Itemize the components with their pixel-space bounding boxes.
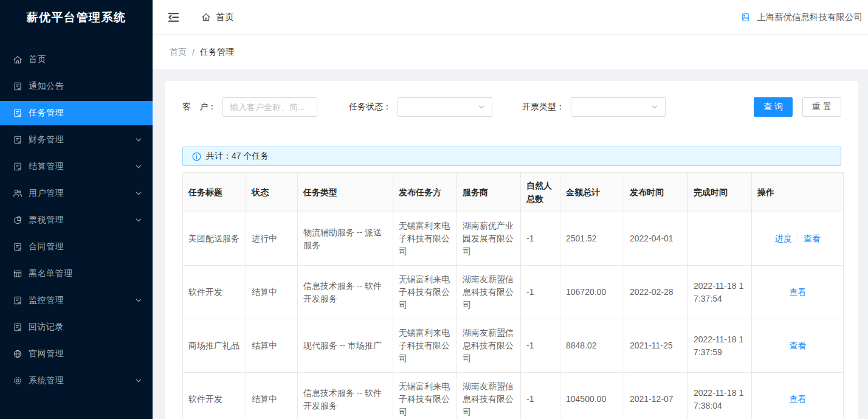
cell-publish_time: 2022-02-28	[624, 266, 688, 319]
callback-icon	[13, 322, 22, 332]
home-icon	[201, 12, 211, 22]
sidebar-item-黑名单管理[interactable]: 黑名单管理	[0, 261, 153, 286]
sidebar-item-label: 任务管理	[29, 108, 142, 119]
cell-title: 商场推广礼品	[183, 319, 246, 373]
invoice-type-select[interactable]	[571, 97, 666, 117]
task-status-filter: 任务状态：	[349, 97, 492, 117]
view-link[interactable]: 查看	[790, 341, 807, 350]
sidebar-item-label: 财务管理	[29, 134, 135, 145]
menu-fold-icon[interactable]	[168, 12, 179, 23]
sidebar-item-label: 官网管理	[29, 348, 142, 359]
breadcrumb-current: 任务管理	[200, 47, 234, 58]
task-count-alert: 共计：47 个任务	[182, 147, 841, 166]
cell-publisher: 无锡富利来电子科技有限公司	[393, 212, 457, 266]
cell-publish_time: 2021-11-25	[624, 319, 688, 373]
cell-finish_time: 2022-11-18 17:37:59	[688, 319, 752, 373]
cell-type: 信息技术服务 -- 软件开发服务	[298, 266, 393, 319]
tab-home-label: 首页	[216, 12, 234, 23]
sidebar-item-label: 回访记录	[29, 322, 142, 333]
cell-finish_time	[688, 212, 752, 266]
sidebar-item-官网管理[interactable]: 官网管理	[0, 342, 153, 366]
sidebar-item-label: 系统管理	[29, 375, 135, 386]
sidebar-item-回访记录[interactable]: 回访记录	[0, 315, 153, 339]
contract-icon	[13, 242, 22, 252]
website-icon	[13, 349, 22, 359]
breadcrumb-separator: /	[192, 47, 195, 57]
chevron-down-icon	[135, 216, 142, 224]
blacklist-icon	[13, 269, 22, 279]
cell-provider: 湖南薪优产业园发展有限公司	[457, 212, 521, 266]
customer-input[interactable]	[222, 97, 317, 117]
sidebar-item-label: 首页	[29, 54, 142, 65]
cell-actions: 查看	[752, 373, 844, 419]
cell-persons: -1	[521, 266, 560, 319]
column-header: 完成时间	[688, 173, 752, 212]
task-icon	[13, 108, 22, 118]
tax-icon	[13, 215, 22, 225]
filter-row: 客 户： 任务状态： 开票类型：	[182, 97, 841, 117]
info-circle-icon	[192, 152, 201, 161]
cell-actions: 查看	[752, 266, 844, 319]
view-link[interactable]: 查看	[790, 394, 807, 404]
sidebar-item-label: 合同管理	[29, 241, 142, 252]
sidebar-item-财务管理[interactable]: 财务管理	[0, 128, 153, 152]
breadcrumb-home[interactable]: 首页	[170, 47, 187, 58]
table-row: 商场推广礼品结算中现代服务 -- 市场推广无锡富利来电子科技有限公司湖南友薪盟信…	[183, 319, 844, 373]
table-header-row: 任务标题状态任务类型发布任务方服务商自然人总数金额总计发布时间完成时间操作	[183, 173, 844, 212]
cell-actions: 进度查看	[752, 212, 844, 266]
cell-finish_time: 2022-11-18 17:38:04	[688, 373, 752, 419]
cell-persons: -1	[521, 212, 560, 266]
view-link[interactable]: 查看	[790, 287, 807, 297]
task-table: 任务标题状态任务类型发布任务方服务商自然人总数金额总计发布时间完成时间操作 美团…	[182, 172, 844, 419]
task-status-select[interactable]	[398, 97, 492, 117]
table-row: 软件开发结算中信息技术服务 -- 软件开发服务无锡富利来电子科技有限公司湖南友薪…	[183, 373, 844, 419]
sidebar-item-label: 监控管理	[29, 295, 135, 306]
sidebar-item-首页[interactable]: 首页	[0, 47, 153, 72]
sidebar-item-票税管理[interactable]: 票税管理	[0, 208, 153, 232]
cell-amount: 8848.02	[560, 319, 624, 373]
cell-status: 结算中	[246, 319, 298, 373]
cell-provider: 湖南友薪盟信息科技有限公司	[457, 266, 521, 319]
action-divider	[797, 234, 798, 243]
sidebar-item-系统管理[interactable]: 系统管理	[0, 369, 153, 393]
sidebar-item-监控管理[interactable]: 监控管理	[0, 288, 153, 313]
column-header: 自然人总数	[521, 173, 560, 212]
sidebar-item-合同管理[interactable]: 合同管理	[0, 235, 153, 259]
sidebar-item-通知公告[interactable]: 通知公告	[0, 74, 153, 99]
chevron-down-icon	[478, 103, 485, 111]
column-header: 发布任务方	[393, 173, 457, 212]
cell-finish_time: 2022-11-18 17:37:54	[688, 266, 752, 319]
view-link[interactable]: 查看	[804, 234, 821, 243]
settlement-icon	[13, 162, 22, 171]
cell-status: 结算中	[246, 266, 298, 319]
cell-amount: 104500.00	[560, 373, 624, 419]
sidebar-item-label: 通知公告	[29, 81, 142, 92]
app-title: 薪优平台管理系统	[0, 0, 153, 35]
chevron-down-icon	[135, 377, 142, 384]
cell-publisher: 无锡富利来电子科技有限公司	[393, 319, 457, 373]
cell-status: 结算中	[246, 373, 298, 419]
search-button[interactable]: 查 询	[754, 97, 793, 117]
sidebar-item-label: 结算管理	[29, 161, 135, 172]
table-row: 软件开发结算中信息技术服务 -- 软件开发服务无锡富利来电子科技有限公司湖南友薪…	[183, 266, 844, 319]
notice-icon	[13, 81, 22, 91]
column-header: 金额总计	[560, 173, 624, 212]
tab-home[interactable]: 首页	[201, 12, 234, 23]
reset-button[interactable]: 重 置	[802, 97, 841, 117]
column-header: 状态	[246, 173, 298, 212]
sidebar-item-用户管理[interactable]: 用户管理	[0, 181, 153, 206]
sidebar-item-任务管理[interactable]: 任务管理	[0, 101, 153, 125]
column-header: 操作	[752, 173, 844, 212]
sidebar-item-结算管理[interactable]: 结算管理	[0, 154, 153, 179]
invoice-type-label: 开票类型：	[522, 102, 565, 113]
invoice-type-filter: 开票类型：	[522, 97, 666, 117]
column-header: 发布时间	[624, 173, 688, 212]
user-company[interactable]: 上海薪优信息科技有限公司	[742, 12, 863, 23]
cell-publisher: 无锡富利来电子科技有限公司	[393, 266, 457, 319]
task-count-text: 共计：47 个任务	[206, 151, 269, 162]
monitor-icon	[13, 296, 22, 305]
chevron-down-icon	[135, 297, 142, 304]
cell-title: 美团配送服务	[183, 212, 246, 266]
progress-link[interactable]: 进度	[775, 234, 792, 243]
column-header: 服务商	[457, 173, 521, 212]
